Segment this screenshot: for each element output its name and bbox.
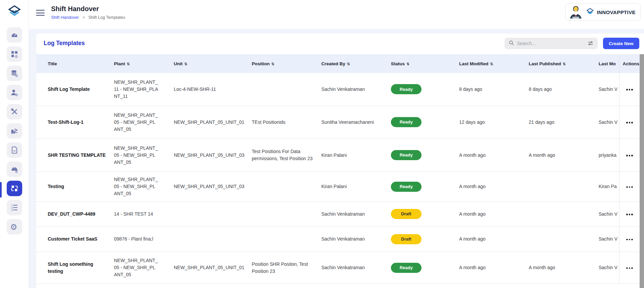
- column-header-status[interactable]: Status⇅: [391, 54, 459, 73]
- column-label: Unit: [174, 61, 183, 66]
- cell-created_by: Sachin Venkatraman: [321, 226, 391, 252]
- sort-icon: ⇅: [347, 62, 350, 66]
- sidebar-item-user-management[interactable]: ⚙: [7, 85, 22, 100]
- filter-tune-icon[interactable]: [587, 40, 594, 47]
- cell-last_published: [529, 202, 599, 226]
- cell-unit: NEW_SHR_PLANT_05_UNIT_03: [174, 139, 252, 172]
- forklift-operations-icon: [10, 127, 18, 135]
- cell-last_modified_by: Sachin V: [599, 202, 619, 226]
- plant-text: NEW_SHR_PLANT_05 - NEW_SHR_PLANT_05: [114, 145, 158, 166]
- sort-icon: ⇅: [563, 62, 566, 66]
- status-badge: Ready: [391, 182, 421, 192]
- sidebar-active-indicator: [0, 182, 2, 197]
- table-scrollbar-thumb[interactable]: [640, 54, 644, 288]
- column-header-actions: Actions: [619, 54, 640, 73]
- cell-actions: [619, 172, 640, 202]
- sidebar-item-work-safety[interactable]: ⚙: [7, 161, 22, 177]
- sidebar-item-shift-handover[interactable]: [7, 181, 22, 196]
- breadcrumb-link[interactable]: Shift Handover: [51, 15, 79, 20]
- column-label: Last Published: [529, 61, 561, 66]
- cell-created_by: Kiran Palani: [321, 139, 391, 172]
- sidebar: ⚙⚙⚙⚙123⚙: [0, 0, 29, 288]
- status-badge: Ready: [391, 84, 421, 94]
- app-logo-icon: [8, 5, 21, 18]
- row-actions-button[interactable]: [624, 86, 635, 93]
- create-new-button[interactable]: Create New: [603, 38, 639, 49]
- cell-title: Shift Log something testing: [36, 252, 114, 284]
- cell-status: Ready: [391, 172, 459, 202]
- profile-card[interactable]: INNOVAPPTIVE: [565, 3, 641, 21]
- search-input[interactable]: [517, 41, 587, 46]
- checklists-icon: 123: [10, 204, 18, 212]
- row-actions-button[interactable]: [624, 152, 635, 159]
- sidebar-item-settings[interactable]: ⚙: [7, 219, 22, 235]
- column-header-last_modified[interactable]: Last Modified⇅: [459, 54, 529, 73]
- shift-handover-icon: [10, 184, 18, 192]
- sidebar-item-checklists[interactable]: 123: [7, 200, 22, 215]
- column-label: Actions: [623, 61, 640, 66]
- cell-last_modified: 8 days ago: [459, 73, 529, 106]
- cell-unit: NEW_SHR_PLANT_05_UNIT_01: [174, 252, 252, 284]
- plant-text: NEW_SHR_PLANT_05 - NEW_SHR_PLANT_05: [114, 112, 158, 133]
- cell-last_modified: 12 days ago: [459, 106, 529, 139]
- column-label: Last Mo: [599, 61, 616, 66]
- column-header-title: Title: [36, 54, 114, 73]
- sidebar-item-master-data[interactable]: ⚙: [7, 66, 22, 81]
- row-actions-button[interactable]: [624, 211, 635, 218]
- cell-position: TEst Positionids: [252, 106, 321, 139]
- documents-icon: [10, 146, 18, 154]
- cell-last_modified: A month ago: [459, 226, 529, 252]
- row-actions-button[interactable]: [624, 184, 635, 191]
- sidebar-item-modules[interactable]: ⚙: [7, 46, 22, 62]
- cell-position: [252, 202, 321, 226]
- cell-actions: [619, 73, 640, 106]
- menu-button[interactable]: [36, 9, 45, 16]
- column-header-position[interactable]: Position⇅: [252, 54, 321, 73]
- table-row: TestingNEW_SHR_PLANT_05 - NEW_SHR_PLANT_…: [36, 172, 640, 202]
- cell-title: Customer Ticket SaaS: [36, 226, 114, 252]
- cell-last_modified: A month ago: [459, 139, 529, 172]
- cell-unit: [174, 226, 252, 252]
- plant-text: 09876 - Plant fina;l: [114, 236, 158, 243]
- section-title: Log Templates: [44, 40, 85, 47]
- user-management-icon: ⚙: [10, 88, 18, 97]
- cell-plant: 09876 - Plant fina;l: [114, 226, 174, 252]
- topbar: Shift Handover Shift Handover > Shift Lo…: [29, 0, 644, 29]
- brand-logo-icon: [586, 8, 594, 17]
- sort-icon: ⇅: [271, 62, 274, 66]
- column-header-last_published[interactable]: Last Published⇅: [529, 54, 599, 73]
- status-badge: Ready: [391, 263, 421, 273]
- column-header-unit[interactable]: Unit⇅: [174, 54, 252, 73]
- row-actions-button[interactable]: [624, 265, 635, 272]
- cell-title: Test-Shift-Log-1: [36, 106, 114, 139]
- table-row: Shift Log something testingNEW_SHR_PLANT…: [36, 252, 640, 284]
- cell-created_by: Sunitha Veeramachaneni: [321, 106, 391, 139]
- cell-title: Testing: [36, 172, 114, 202]
- table-row-partial: [36, 284, 640, 288]
- table-scrollbar-track: [640, 54, 644, 288]
- cell-last_published: A month ago: [529, 252, 599, 284]
- cell-last_published: [529, 226, 599, 252]
- column-header-created_by[interactable]: Created By⇅: [321, 54, 391, 73]
- cell-status: Draft: [391, 202, 459, 226]
- cell-unit: Loc-4-NEW-SHR-11: [174, 73, 252, 106]
- cell-last_modified: A month ago: [459, 172, 529, 202]
- cell-last_modified: A month ago: [459, 252, 529, 284]
- table-row: Shift Log TemplateNEW_SHR_PLANT_11 - NEW…: [36, 73, 640, 106]
- dashboard-icon: [10, 31, 18, 39]
- sidebar-nav: ⚙⚙⚙⚙123⚙: [0, 27, 29, 235]
- row-actions-button[interactable]: [624, 119, 635, 126]
- cell-last_modified_by: priyanka: [599, 139, 619, 172]
- sidebar-item-dashboard[interactable]: [7, 27, 22, 43]
- cell-status: Ready: [391, 139, 459, 172]
- column-header-plant[interactable]: Plant⇅: [114, 54, 174, 73]
- sidebar-item-tools[interactable]: [7, 104, 22, 119]
- cell-position: [252, 172, 321, 202]
- sidebar-item-forklift-operations[interactable]: [7, 123, 22, 139]
- cell-plant: NEW_SHR_PLANT_11 - NEW_SHR_PLANT_11: [114, 73, 174, 106]
- cell-title: SHR TESTING TEMPLATE: [36, 139, 114, 172]
- sidebar-item-documents[interactable]: [7, 142, 22, 158]
- row-actions-button[interactable]: [624, 236, 635, 243]
- cell-plant: NEW_SHR_PLANT_05 - NEW_SHR_PLANT_05: [114, 252, 174, 284]
- cell-plant: NEW_SHR_PLANT_05 - NEW_SHR_PLANT_05: [114, 106, 174, 139]
